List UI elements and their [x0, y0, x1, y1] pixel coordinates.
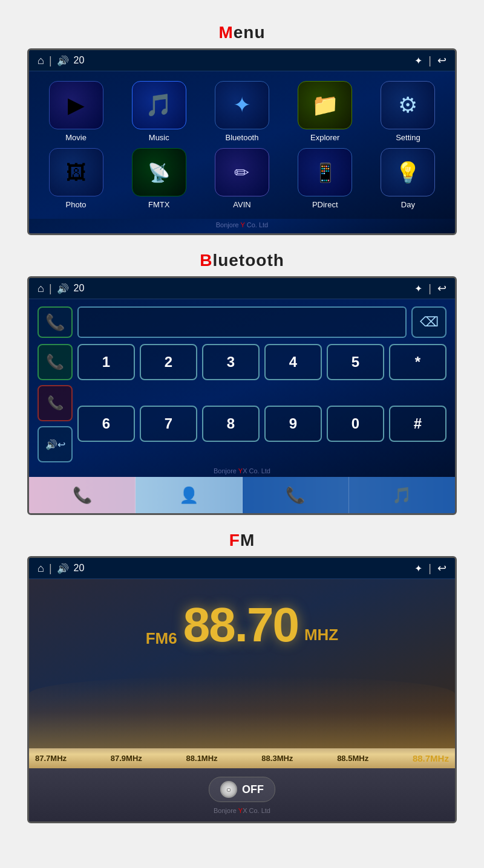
fm-scale-877: 87.7MHz	[35, 754, 67, 763]
music-tab-button[interactable]: 🎵	[349, 477, 455, 513]
bt-left-btns: 📞 📞 🔊↩	[38, 344, 73, 462]
title-rest-bt: luetooth	[212, 251, 284, 270]
movie-icon: ▶	[68, 92, 85, 118]
num-btn-1[interactable]: 1	[77, 344, 135, 380]
fmtx-icon-box: 📡	[132, 148, 186, 196]
fm-waves	[29, 676, 455, 748]
menu-item-pdirect[interactable]: 📱 PDirect	[287, 148, 364, 209]
bt-bt-icon: ✦	[414, 283, 422, 294]
fm-home-icon[interactable]: ⌂	[38, 562, 44, 575]
menu-item-music[interactable]: 🎵 Music	[120, 81, 197, 142]
day-icon-box: 💡	[381, 148, 435, 196]
fm-scale-881: 88.1MHz	[186, 754, 218, 763]
section-title-fm: FM	[229, 531, 255, 550]
fm-status-right: ✦ | ↩	[414, 562, 446, 575]
bt-icon: ✦	[414, 55, 422, 66]
back-icon[interactable]: ↩	[437, 54, 446, 67]
call-end-button[interactable]: 📞	[38, 385, 73, 421]
section-title-bluetooth: Bluetooth	[200, 251, 284, 270]
phone-tab-button[interactable]: 📞	[29, 477, 136, 513]
menu-grid: ▶ Movie 🎵 Music ✦ Bluetooth 📁 Explorer ⚙	[29, 71, 455, 219]
vol-num: 20	[74, 55, 85, 66]
setting-icon-box: ⚙	[381, 81, 435, 129]
avin-icon-box: ✏	[215, 148, 269, 196]
setting-icon: ⚙	[398, 92, 417, 118]
fm-off-button[interactable]: ○ OFF	[209, 777, 275, 802]
num-btn-5[interactable]: 5	[327, 344, 384, 380]
num-btn-8[interactable]: 8	[202, 406, 260, 442]
bt-dialpad-rows: 📞 📞 🔊↩ 1 2 3 4 5 * 6 7 8 9 0 #	[38, 344, 446, 462]
fm-frequency-display: 88.70	[183, 597, 298, 653]
menu-item-explorer[interactable]: 📁 Explorer	[287, 81, 364, 142]
bt-back-icon[interactable]: ↩	[437, 282, 446, 295]
menu-item-photo[interactable]: 🖼 Photo	[38, 148, 114, 209]
fm-off-label: OFF	[242, 783, 264, 796]
section-title-menu: Menu	[218, 23, 265, 42]
menu-item-day[interactable]: 💡 Day	[370, 148, 446, 209]
bt-vol-icon: 🔊	[57, 283, 69, 294]
call-tab-button[interactable]: 📞	[243, 477, 349, 513]
num-btn-9[interactable]: 9	[264, 406, 322, 442]
backspace-button[interactable]: ⌫	[411, 306, 446, 338]
bluetooth-icon-box: ✦	[215, 81, 269, 129]
fm-bt-icon: ✦	[414, 563, 422, 574]
contact-tab-button[interactable]: 👤	[136, 477, 242, 513]
fmtx-label: FMTX	[148, 200, 169, 209]
bt-bottom-bar: 📞 👤 📞 🎵	[29, 477, 455, 513]
fm-screen-body: FM6 88.70 MHZ	[29, 579, 455, 748]
explorer-label: Explorer	[310, 133, 339, 142]
fm-scale-bar: 87.7MHz 87.9MHz 88.1MHz 88.3MHz 88.5MHz …	[29, 748, 455, 768]
title-letter-b: B	[200, 251, 212, 270]
menu-watermark: Bonjore Y Co. Ltd	[29, 219, 455, 233]
fm-scale-887: 88.7MHz	[413, 753, 449, 763]
sep2: |	[428, 54, 431, 67]
num-btn-4[interactable]: 4	[264, 344, 322, 380]
num-btn-0[interactable]: 0	[327, 406, 384, 442]
num-btn-2[interactable]: 2	[140, 344, 197, 380]
fm-unit-label: MHZ	[304, 626, 338, 653]
home-icon[interactable]: ⌂	[38, 54, 44, 67]
avin-label: AVIN	[233, 200, 250, 209]
fm-sep2: |	[428, 562, 431, 575]
bluetooth-screen: ⌂ | 🔊 20 ✦ | ↩ 📞 ⌫ 📞 📞 🔊↩ 1 2	[27, 276, 457, 515]
photo-icon-box: 🖼	[49, 148, 103, 196]
pdirect-label: PDirect	[312, 200, 338, 209]
menu-screen: ⌂ | 🔊 20 ✦ | ↩ ▶ Movie 🎵 Music ✦ Bl	[27, 48, 457, 235]
bluetooth-label: Bluetooth	[226, 133, 259, 142]
num-btn-7[interactable]: 7	[140, 406, 197, 442]
bt-numpad: 1 2 3 4 5 * 6 7 8 9 0 #	[77, 344, 446, 462]
fm-sep1: |	[49, 562, 52, 575]
menu-item-bluetooth[interactable]: ✦ Bluetooth	[203, 81, 280, 142]
bt-sep1: |	[49, 282, 52, 295]
music-label: Music	[149, 133, 169, 142]
num-btn-hash[interactable]: #	[389, 406, 446, 442]
menu-item-avin[interactable]: ✏ AVIN	[203, 148, 280, 209]
bt-number-input[interactable]	[77, 306, 407, 338]
photo-label: Photo	[66, 200, 87, 209]
fm-off-circle: ○	[220, 781, 237, 798]
call-vol-button[interactable]: 🔊↩	[38, 426, 73, 462]
title-rest-menu: enu	[234, 23, 266, 42]
fm-watermark: Bonjore YX Co. Ltd	[214, 806, 270, 817]
menu-item-setting[interactable]: ⚙ Setting	[370, 81, 446, 142]
pdirect-icon-box: 📱	[298, 148, 352, 196]
fm-screen: ⌂ | 🔊 20 ✦ | ↩ FM6 88.70 MHZ 87.7MHz 87.…	[27, 556, 457, 823]
menu-item-movie[interactable]: ▶ Movie	[38, 81, 114, 142]
call-green-button[interactable]: 📞	[38, 306, 73, 338]
bt-vol-num: 20	[74, 283, 85, 294]
call-accept-button[interactable]: 📞	[38, 344, 73, 380]
fm-vol-icon: 🔊	[57, 563, 69, 574]
bt-watermark: Bonjore YX Co. Ltd	[38, 462, 446, 477]
fmtx-icon: 📡	[148, 162, 170, 183]
pdirect-icon: 📱	[314, 162, 336, 183]
num-btn-6[interactable]: 6	[77, 406, 135, 442]
title-letter-m: M	[218, 23, 233, 42]
menu-status-bar: ⌂ | 🔊 20 ✦ | ↩	[29, 50, 455, 71]
fm-status-bar: ⌂ | 🔊 20 ✦ | ↩	[29, 558, 455, 579]
bt-home-icon[interactable]: ⌂	[38, 282, 44, 295]
fm-back-icon[interactable]: ↩	[437, 562, 446, 575]
menu-item-fmtx[interactable]: 📡 FMTX	[120, 148, 197, 209]
setting-label: Setting	[396, 133, 420, 142]
num-btn-star[interactable]: *	[389, 344, 446, 380]
num-btn-3[interactable]: 3	[202, 344, 260, 380]
